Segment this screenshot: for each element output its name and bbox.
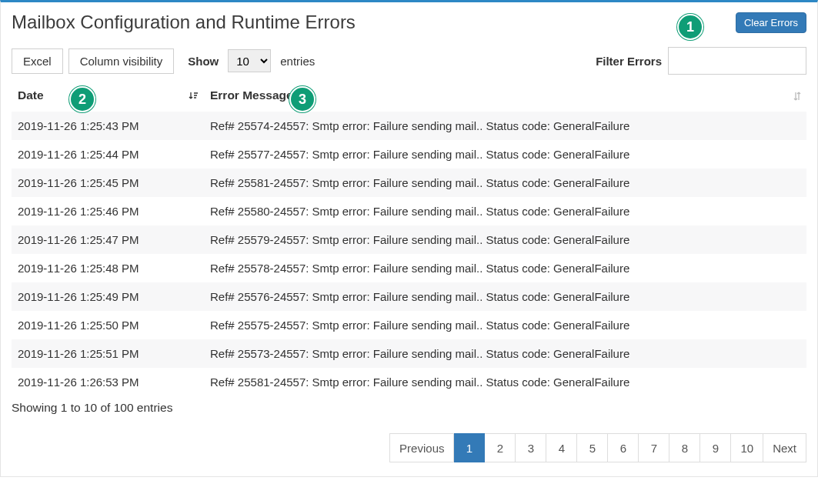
cell-date: 2019-11-26 1:25:51 PM	[12, 339, 204, 368]
filter-input[interactable]	[668, 47, 806, 75]
pager-page-3[interactable]: 3	[516, 433, 546, 462]
table-row: 2019-11-26 1:25:48 PMRef# 25578-24557: S…	[12, 254, 806, 282]
cell-error-message: Ref# 25577-24557: Smtp error: Failure se…	[204, 140, 806, 169]
cell-error-message: Ref# 25574-24557: Smtp error: Failure se…	[204, 112, 806, 140]
table-row: 2019-11-26 1:25:49 PMRef# 25576-24557: S…	[12, 282, 806, 311]
cell-error-message: Ref# 25579-24557: Smtp error: Failure se…	[204, 225, 806, 254]
cell-date: 2019-11-26 1:25:44 PM	[12, 140, 204, 169]
showing-entries-text: Showing 1 to 10 of 100 entries	[12, 396, 806, 415]
cell-error-message: Ref# 25580-24557: Smtp error: Failure se…	[204, 197, 806, 225]
export-excel-button[interactable]: Excel	[12, 48, 63, 74]
cell-date: 2019-11-26 1:25:43 PM	[12, 112, 204, 140]
page-title: Mailbox Configuration and Runtime Errors	[12, 12, 356, 33]
pager-next[interactable]: Next	[763, 433, 806, 462]
table-row: 2019-11-26 1:25:43 PMRef# 25574-24557: S…	[12, 112, 806, 140]
pager-page-7[interactable]: 7	[639, 433, 669, 462]
pager-page-8[interactable]: 8	[669, 433, 700, 462]
cell-error-message: Ref# 25578-24557: Smtp error: Failure se…	[204, 254, 806, 282]
callout-badge-1: 1	[677, 14, 703, 40]
table-row: 2019-11-26 1:25:47 PMRef# 25579-24557: S…	[12, 225, 806, 254]
column-header-date[interactable]: Date	[12, 81, 204, 112]
errors-panel: Mailbox Configuration and Runtime Errors…	[0, 0, 818, 477]
table-row: 2019-11-26 1:26:53 PMRef# 25581-24557: S…	[12, 368, 806, 396]
cell-date: 2019-11-26 1:25:47 PM	[12, 225, 204, 254]
cell-error-message: Ref# 25581-24557: Smtp error: Failure se…	[204, 169, 806, 197]
entries-label: entries	[280, 55, 315, 68]
cell-date: 2019-11-26 1:25:48 PM	[12, 254, 204, 282]
column-visibility-button[interactable]: Column visibility	[68, 48, 175, 74]
table-row: 2019-11-26 1:25:51 PMRef# 25573-24557: S…	[12, 339, 806, 368]
errors-table: Date Error Message 2019-11-26 1:25:43 PM…	[12, 81, 806, 396]
pager-page-4[interactable]: 4	[546, 433, 577, 462]
cell-error-message: Ref# 25581-24557: Smtp error: Failure se…	[204, 368, 806, 396]
callout-badge-3: 3	[289, 86, 316, 112]
show-label: Show	[188, 55, 219, 68]
table-row: 2019-11-26 1:25:46 PMRef# 25580-24557: S…	[12, 197, 806, 225]
pager-page-1[interactable]: 1	[454, 433, 485, 462]
cell-date: 2019-11-26 1:25:49 PM	[12, 282, 204, 311]
cell-error-message: Ref# 25576-24557: Smtp error: Failure se…	[204, 282, 806, 311]
sort-neutral-icon	[793, 91, 802, 102]
pager-page-10[interactable]: 10	[731, 433, 763, 462]
cell-date: 2019-11-26 1:25:50 PM	[12, 311, 204, 339]
pagination: Previous12345678910Next	[12, 433, 806, 462]
cell-error-message: Ref# 25573-24557: Smtp error: Failure se…	[204, 339, 806, 368]
page-length-select[interactable]: 10	[228, 49, 271, 72]
cell-date: 2019-11-26 1:25:45 PM	[12, 169, 204, 197]
column-header-error-label: Error Message	[210, 88, 293, 102]
pager-previous[interactable]: Previous	[389, 433, 454, 462]
clear-errors-button[interactable]: Clear Errors	[736, 12, 806, 33]
column-header-date-label: Date	[18, 88, 44, 102]
cell-date: 2019-11-26 1:26:53 PM	[12, 368, 204, 396]
table-row: 2019-11-26 1:25:45 PMRef# 25581-24557: S…	[12, 169, 806, 197]
table-row: 2019-11-26 1:25:50 PMRef# 25575-24557: S…	[12, 311, 806, 339]
pager-page-2[interactable]: 2	[485, 433, 516, 462]
cell-error-message: Ref# 25575-24557: Smtp error: Failure se…	[204, 311, 806, 339]
pager-page-5[interactable]: 5	[577, 433, 608, 462]
cell-date: 2019-11-26 1:25:46 PM	[12, 197, 204, 225]
sort-desc-icon	[189, 91, 199, 102]
callout-badge-2: 2	[69, 86, 95, 112]
table-row: 2019-11-26 1:25:44 PMRef# 25577-24557: S…	[12, 140, 806, 169]
pager-page-6[interactable]: 6	[608, 433, 639, 462]
filter-label: Filter Errors	[596, 55, 662, 68]
pager-page-9[interactable]: 9	[700, 433, 731, 462]
